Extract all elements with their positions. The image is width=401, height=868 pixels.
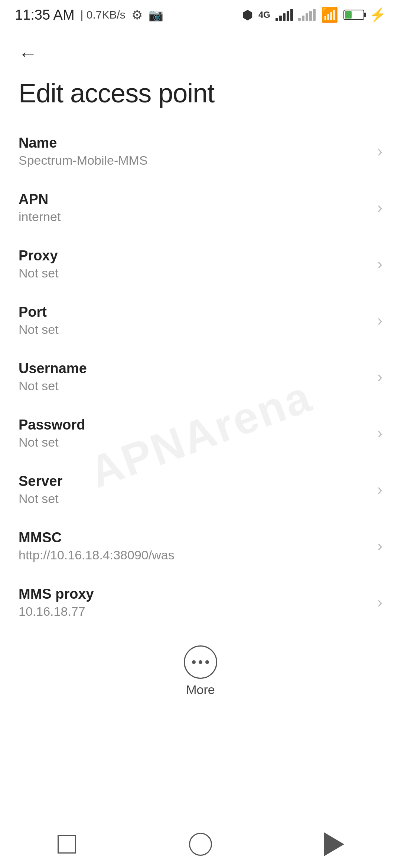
page-title: Edit access point bbox=[19, 78, 214, 108]
chevron-right-icon: › bbox=[377, 312, 382, 329]
field-mmsc-label: MMSC bbox=[19, 530, 370, 546]
field-server[interactable]: Server Not set › bbox=[0, 461, 401, 518]
settings-list: Name Spectrum-Mobile-MMS › APN internet … bbox=[0, 123, 401, 631]
bluetooth-icon: ⬢ bbox=[242, 7, 253, 22]
field-username-content: Username Not set bbox=[19, 361, 370, 393]
field-name[interactable]: Name Spectrum-Mobile-MMS › bbox=[0, 123, 401, 180]
wifi-icon: 📶 bbox=[321, 7, 338, 23]
field-password-content: Password Not set bbox=[19, 417, 370, 450]
field-apn-content: APN internet bbox=[19, 191, 370, 224]
field-mmsc-content: MMSC http://10.16.18.4:38090/was bbox=[19, 530, 370, 562]
chevron-right-icon: › bbox=[377, 255, 382, 273]
status-bar: 11:35 AM | 0.7KB/s ⚙ 📷 ⬢ 4G 📶 bbox=[0, 0, 401, 30]
status-speed: | 0.7KB/s bbox=[81, 9, 125, 21]
bottom-nav bbox=[0, 820, 401, 868]
field-proxy-value: Not set bbox=[19, 266, 370, 280]
field-apn-value: internet bbox=[19, 210, 370, 224]
field-name-label: Name bbox=[19, 135, 370, 151]
chevron-right-icon: › bbox=[377, 368, 382, 386]
back-arrow-icon: ← bbox=[18, 43, 38, 65]
field-mmsc-value: http://10.16.18.4:38090/was bbox=[19, 548, 370, 562]
field-server-value: Not set bbox=[19, 491, 370, 506]
battery-fill bbox=[345, 11, 352, 19]
more-dot-1 bbox=[192, 660, 196, 664]
gear-icon: ⚙ bbox=[131, 7, 143, 22]
more-circle-button[interactable] bbox=[184, 645, 217, 679]
battery-box bbox=[343, 10, 364, 20]
field-username-label: Username bbox=[19, 361, 370, 377]
field-port-content: Port Not set bbox=[19, 304, 370, 337]
field-username-value: Not set bbox=[19, 379, 370, 393]
chevron-right-icon: › bbox=[377, 594, 382, 611]
field-port-label: Port bbox=[19, 304, 370, 320]
lte-icon: 4G bbox=[258, 10, 270, 20]
nav-home-button[interactable] bbox=[178, 829, 223, 859]
field-server-label: Server bbox=[19, 473, 370, 489]
field-mms-proxy-label: MMS proxy bbox=[19, 586, 370, 602]
field-name-content: Name Spectrum-Mobile-MMS bbox=[19, 135, 370, 168]
battery-indicator bbox=[343, 10, 364, 20]
field-mms-proxy-value: 10.16.18.77 bbox=[19, 604, 370, 619]
chevron-right-icon: › bbox=[377, 537, 382, 555]
field-port[interactable]: Port Not set › bbox=[0, 292, 401, 349]
field-proxy-label: Proxy bbox=[19, 248, 370, 264]
field-server-content: Server Not set bbox=[19, 473, 370, 506]
field-proxy-content: Proxy Not set bbox=[19, 248, 370, 280]
status-time: 11:35 AM bbox=[15, 7, 75, 23]
chevron-right-icon: › bbox=[377, 424, 382, 442]
field-port-value: Not set bbox=[19, 322, 370, 337]
field-mmsc[interactable]: MMSC http://10.16.18.4:38090/was › bbox=[0, 518, 401, 574]
field-apn[interactable]: APN internet › bbox=[0, 180, 401, 236]
chevron-right-icon: › bbox=[377, 481, 382, 499]
nav-back-button[interactable] bbox=[312, 829, 356, 859]
back-icon bbox=[324, 832, 344, 856]
field-proxy[interactable]: Proxy Not set › bbox=[0, 236, 401, 292]
recents-icon bbox=[58, 835, 76, 854]
nav-recents-button[interactable] bbox=[45, 829, 89, 859]
camera-icon: 📷 bbox=[149, 8, 163, 22]
more-button-area[interactable]: More bbox=[0, 631, 401, 708]
more-dot-2 bbox=[199, 660, 202, 664]
field-mms-proxy[interactable]: MMS proxy 10.16.18.77 › bbox=[0, 574, 401, 631]
chevron-right-icon: › bbox=[377, 142, 382, 160]
field-username[interactable]: Username Not set › bbox=[0, 349, 401, 405]
field-apn-label: APN bbox=[19, 191, 370, 207]
more-dots-icon bbox=[192, 660, 209, 664]
field-password-label: Password bbox=[19, 417, 370, 433]
more-dot-3 bbox=[205, 660, 209, 664]
page-title-container: Edit access point bbox=[0, 70, 401, 123]
chevron-right-icon: › bbox=[377, 199, 382, 217]
main-content: Name Spectrum-Mobile-MMS › APN internet … bbox=[0, 123, 401, 760]
field-mms-proxy-content: MMS proxy 10.16.18.77 bbox=[19, 586, 370, 619]
top-nav: ← bbox=[0, 30, 401, 70]
signal-bars-2 bbox=[298, 9, 316, 21]
field-name-value: Spectrum-Mobile-MMS bbox=[19, 153, 370, 168]
home-icon bbox=[189, 833, 212, 856]
back-button[interactable]: ← bbox=[15, 41, 41, 67]
charging-icon: ⚡ bbox=[369, 7, 386, 23]
more-label: More bbox=[186, 683, 215, 697]
status-left: 11:35 AM | 0.7KB/s ⚙ 📷 bbox=[15, 7, 163, 23]
status-right: ⬢ 4G 📶 ⚡ bbox=[242, 7, 386, 23]
field-password-value: Not set bbox=[19, 435, 370, 450]
signal-bars-1 bbox=[276, 9, 293, 21]
field-password[interactable]: Password Not set › bbox=[0, 405, 401, 461]
